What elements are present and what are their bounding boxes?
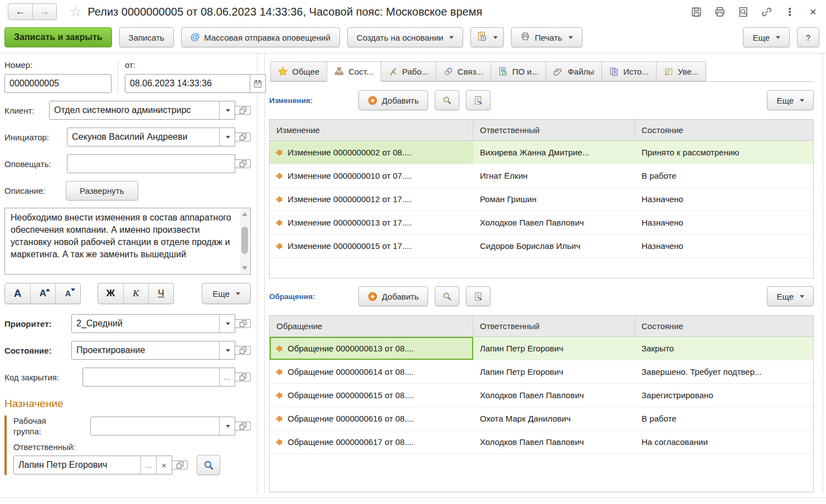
expand-description-button[interactable]: Развернуть <box>66 181 138 200</box>
workgroup-open-button[interactable] <box>235 422 251 430</box>
save-and-close-button[interactable]: Записать и закрыть <box>4 27 112 47</box>
get-link-icon[interactable] <box>760 6 772 18</box>
table-row[interactable]: Обращение 0000000617 от 08....Холодков П… <box>270 430 813 454</box>
column-header[interactable]: Изменение <box>270 120 473 140</box>
row-state-cell[interactable]: Зарегистрировано <box>635 384 813 407</box>
requests-output-list-button[interactable] <box>466 286 490 306</box>
scroll-thumb[interactable] <box>241 227 248 254</box>
date-field[interactable] <box>125 74 250 93</box>
row-responsible-cell[interactable]: Холодков Павел Павлович <box>473 211 635 234</box>
requests-more-button[interactable]: Еще <box>767 286 814 306</box>
right-splitter[interactable] <box>823 53 823 493</box>
responsible-choose-button[interactable]: … <box>140 456 156 474</box>
row-state-cell[interactable]: Назначено <box>635 188 813 211</box>
table-row[interactable]: Обращение 0000000615 от 08....Холодков П… <box>270 384 813 407</box>
table-row[interactable]: Изменение 0000000013 от 17....Холодков П… <box>270 211 813 234</box>
changes-add-button[interactable]: Добавить <box>358 90 428 110</box>
help-button[interactable]: ? <box>797 27 819 47</box>
description-scrollbar[interactable] <box>240 209 250 273</box>
row-responsible-cell[interactable]: Лапин Петр Егорович <box>473 360 635 383</box>
bold-button[interactable]: Ж <box>98 283 123 304</box>
column-header[interactable]: Ответственный <box>473 120 635 140</box>
priority-field[interactable] <box>71 314 235 333</box>
preview-magnifier-icon[interactable] <box>737 6 749 18</box>
doc-clock-split-button[interactable] <box>470 27 504 47</box>
font-decrease-button[interactable]: А <box>55 283 80 304</box>
row-responsible-cell[interactable]: Роман Гришин <box>473 188 635 211</box>
number-input[interactable] <box>5 75 111 92</box>
column-header[interactable]: Обращение <box>270 316 473 336</box>
priority-input[interactable] <box>72 315 219 332</box>
row-name-cell[interactable]: Изменение 0000000015 от 17.... <box>270 234 473 257</box>
requests-add-button[interactable]: Добавить <box>358 286 428 306</box>
tab-po[interactable]: ПО и... <box>491 61 547 81</box>
changes-more-button[interactable]: Еще <box>767 90 814 110</box>
tab-sostav[interactable]: Сост... <box>327 61 381 82</box>
row-responsible-cell[interactable]: Игнат Ёлкин <box>473 164 635 187</box>
close-code-open-button[interactable] <box>235 373 251 381</box>
save-button[interactable]: Записать <box>119 27 174 47</box>
client-dropdown-button[interactable] <box>219 101 235 119</box>
panel-splitter[interactable] <box>257 53 257 493</box>
row-state-cell[interactable]: В работе <box>635 164 813 187</box>
table-row[interactable]: Обращение 0000000613 от 08....Лапин Петр… <box>270 337 813 360</box>
row-state-cell[interactable]: Назначено <box>635 234 813 257</box>
responsible-input[interactable] <box>14 456 140 474</box>
initiator-open-button[interactable] <box>235 133 251 141</box>
row-state-cell[interactable]: Назначено <box>635 211 813 234</box>
row-responsible-cell[interactable]: Холодков Павел Павлович <box>473 384 635 407</box>
responsible-open-button[interactable] <box>172 461 188 469</box>
row-name-cell[interactable]: Обращение 0000000613 от 08.... <box>270 337 473 360</box>
row-responsible-cell[interactable]: Сидоров Борислав Ильич <box>473 234 635 257</box>
row-state-cell[interactable]: На согласовании <box>635 430 813 453</box>
row-responsible-cell[interactable]: Лапин Петр Егорович <box>473 337 635 360</box>
row-name-cell[interactable]: Обращение 0000000616 от 08.... <box>270 407 473 430</box>
row-name-cell[interactable]: Обращение 0000000617 от 08.... <box>270 430 473 453</box>
client-field[interactable] <box>49 101 235 120</box>
state-field[interactable] <box>71 341 235 360</box>
row-responsible-cell[interactable]: Вихирева Жанна Дмитрие... <box>473 141 635 164</box>
underline-button[interactable]: Ч <box>148 283 173 304</box>
date-input[interactable] <box>125 75 250 92</box>
calendar-button[interactable] <box>250 74 266 93</box>
font-button[interactable]: А <box>5 283 30 304</box>
changes-output-list-button[interactable] <box>466 90 490 110</box>
row-state-cell[interactable]: В работе <box>635 407 813 430</box>
description-textarea[interactable]: Необходимо внести изменения в состав апп… <box>4 208 251 275</box>
client-open-button[interactable] <box>235 106 251 115</box>
format-more-button[interactable]: Еще <box>202 283 251 304</box>
requests-find-button[interactable] <box>435 286 459 306</box>
tab-uvedomleniya[interactable]: Уве... <box>657 61 706 81</box>
close-code-choose-button[interactable]: … <box>219 368 235 386</box>
workgroup-dropdown-button[interactable] <box>219 417 235 435</box>
favorite-star-icon[interactable]: ☆ <box>69 4 82 19</box>
state-dropdown-button[interactable] <box>219 341 235 359</box>
column-header[interactable]: Состояние <box>635 120 813 140</box>
close-icon[interactable]: × <box>807 6 819 18</box>
table-row[interactable]: Обращение 0000000614 от 08....Лапин Петр… <box>270 360 813 384</box>
panel-splitter[interactable] <box>264 53 265 493</box>
toolbar-more-button[interactable]: Еще <box>743 27 790 47</box>
table-row[interactable]: Изменение 0000000002 от 08....Вихирева Ж… <box>270 141 813 164</box>
row-responsible-cell[interactable]: Холодков Павел Павлович <box>473 430 635 453</box>
state-input[interactable] <box>72 341 219 359</box>
scroll-down-icon[interactable] <box>242 266 247 270</box>
notify-input[interactable] <box>67 155 235 173</box>
row-name-cell[interactable]: Изменение 0000000013 от 17.... <box>270 211 473 234</box>
tab-svyazi[interactable]: Связ... <box>436 61 491 81</box>
tab-istoriya[interactable]: Исто... <box>602 61 657 81</box>
column-header[interactable]: Состояние <box>635 316 813 336</box>
row-name-cell[interactable]: Изменение 0000000002 от 08.... <box>270 141 473 164</box>
number-field[interactable] <box>4 74 111 93</box>
priority-dropdown-button[interactable] <box>219 315 235 332</box>
font-increase-button[interactable]: А <box>30 283 55 304</box>
save-icon[interactable] <box>690 6 702 18</box>
workgroup-input[interactable] <box>91 417 219 435</box>
initiator-input[interactable] <box>67 128 219 146</box>
row-responsible-cell[interactable]: Охота Марк Данилович <box>473 407 635 430</box>
row-state-cell[interactable]: Закрыто <box>635 337 813 360</box>
row-name-cell[interactable]: Обращение 0000000615 от 08.... <box>270 384 473 407</box>
table-row[interactable]: Обращение 0000000616 от 08....Охота Марк… <box>270 407 813 430</box>
client-input[interactable] <box>50 101 219 119</box>
row-state-cell[interactable]: Принято к рассмотрению <box>635 141 813 164</box>
